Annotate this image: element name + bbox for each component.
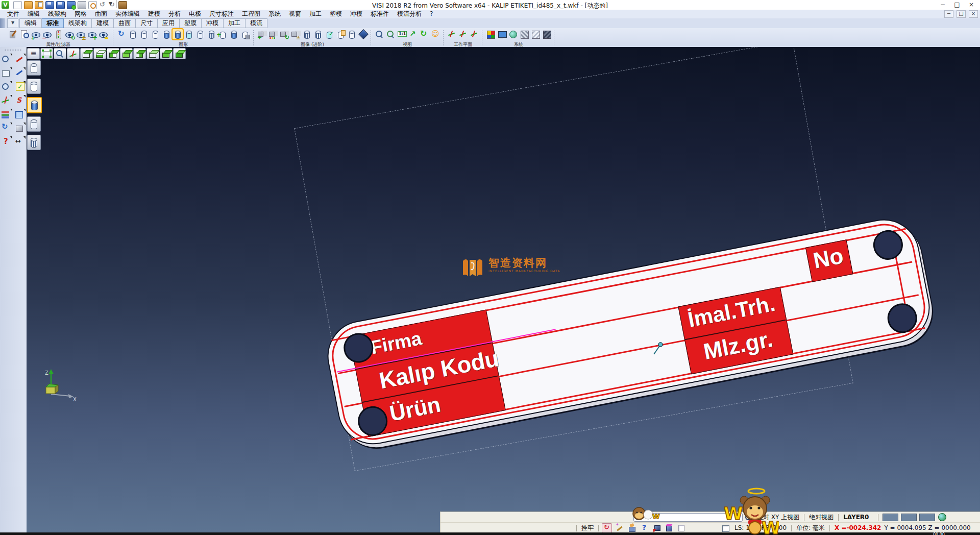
context-help-icon[interactable] [1,137,12,147]
menu-item[interactable]: 冲模 [346,10,366,18]
hidden-line-icon[interactable] [27,79,41,94]
menu-item[interactable]: 分析 [164,10,185,18]
menu-item[interactable]: 电极 [185,10,205,18]
cyl-check-icon[interactable] [324,29,334,39]
cam-refresh-icon[interactable] [279,29,289,39]
lock-refresh-icon[interactable] [602,523,612,533]
cloth-grid-icon[interactable] [676,523,685,532]
tab[interactable]: 应用 [158,18,180,28]
cyl-page-icon[interactable] [335,29,346,39]
magic-wand-icon[interactable] [615,523,624,532]
cplane-3d-icon[interactable] [447,29,457,39]
smiley-icon[interactable] [430,29,440,39]
ucs-axes-icon[interactable] [1,95,12,106]
maximize-button[interactable]: □ [952,1,962,8]
cyl-blue-icon[interactable] [161,29,172,39]
shaded-edges-icon[interactable] [27,116,41,132]
cplane-edit-icon[interactable] [469,29,479,39]
view-bottom-icon[interactable] [93,48,106,59]
shaded-icon[interactable] [27,97,42,113]
zoom-options-icon[interactable] [1,82,12,92]
tab[interactable]: 冲模 [202,18,224,28]
menu-item[interactable]: ? [426,10,437,18]
shield-icon[interactable] [358,29,368,39]
cam-plusminus-icon[interactable] [290,29,301,39]
view-front-icon[interactable] [120,48,133,59]
tab[interactable]: 建模 [92,18,114,28]
tab[interactable]: 标准 [42,18,64,28]
menu-item[interactable]: 尺寸标注 [205,10,238,18]
menu-item[interactable]: 标准件 [366,10,393,18]
view-back-icon[interactable] [146,48,159,59]
cube-ucs-icon[interactable] [664,523,673,532]
layer-manager-icon[interactable] [1,109,12,119]
tab[interactable]: 模流 [246,18,267,28]
tab[interactable]: 曲面 [114,18,136,28]
cube-move-icon[interactable] [652,523,661,532]
menu-item[interactable]: 实体编辑 [111,10,144,18]
transparent-icon[interactable] [27,135,41,150]
color-swatch[interactable] [919,514,935,521]
eye-remove-icon[interactable] [42,29,52,39]
regen-refresh-icon[interactable] [1,123,12,133]
menu-item[interactable]: 文件 [3,10,23,18]
view-right-icon[interactable] [133,48,146,59]
view-shaded-icon[interactable] [173,48,186,59]
menu-item[interactable]: 编辑 [23,10,44,18]
measure-distance-icon[interactable] [14,137,25,147]
globe-icon[interactable] [938,513,946,521]
solid-view-icon[interactable] [14,123,25,133]
delete-sketch-icon[interactable] [14,54,25,64]
zoom-previous-icon[interactable] [54,48,66,59]
tab[interactable]: 线架构 [64,18,92,28]
checker-icon[interactable] [519,29,529,39]
cyl-stripe-blue-icon[interactable] [302,29,312,39]
view-top-icon[interactable] [80,48,93,59]
toolbar-grip[interactable] [0,18,5,28]
color-swatch[interactable] [883,514,898,521]
tab[interactable]: 加工 [224,18,246,28]
monitor-icon[interactable] [497,29,507,39]
tab[interactable]: 尺寸 [136,18,158,28]
menu-item[interactable]: 建模 [144,10,164,18]
cyl-hatch-icon[interactable] [206,29,216,39]
cyl-add-icon[interactable] [217,29,228,39]
menu-item[interactable]: 线架构 [44,10,70,18]
selection-magnifier-icon[interactable] [1,54,12,64]
traffic-light-icon[interactable] [53,29,63,39]
cyl-hatch2-icon[interactable] [347,29,357,39]
wireframe-icon[interactable] [27,60,41,76]
eye-plusminus-icon[interactable] [76,29,86,39]
eye-refresh-icon[interactable] [64,29,75,39]
menu-item[interactable]: 曲面 [91,10,111,18]
eye-add-icon[interactable] [31,29,41,39]
menu-item[interactable]: 系统 [264,10,285,18]
tab[interactable]: 编辑 [19,18,42,28]
menu-item[interactable]: 模流分析 [393,10,426,18]
minimize-button[interactable]: − [938,1,947,8]
menu-item[interactable]: 塑模 [326,10,346,18]
fit-view-icon[interactable] [40,48,53,59]
spline-curve-icon[interactable] [14,95,25,106]
close-button[interactable]: × [967,1,976,8]
mdi-close-button[interactable]: × [969,10,978,18]
cyl-wire-icon[interactable] [128,29,138,39]
color-swatch[interactable] [901,514,917,521]
viewport-3d-canvas[interactable]: 智造资料网 INTELLIGENT MANUFACTURING DATA Fir… [27,47,980,532]
view-left-icon[interactable] [107,48,119,59]
cyl-blue-active-icon[interactable] [173,29,183,39]
cam-traffic-icon[interactable] [268,29,278,39]
eye-minus-icon[interactable] [98,29,108,39]
active-layer-label[interactable]: LAYER0 [840,514,872,521]
cyl-cyan-icon[interactable] [184,29,194,39]
cyl-wrench-icon[interactable] [240,29,250,39]
tab-dropdown-button[interactable]: ▼ [7,18,18,28]
context-help2-icon[interactable] [640,523,649,532]
refresh-view-icon[interactable] [116,29,127,39]
hatch-light-icon[interactable] [530,29,541,39]
arrow-ne-icon[interactable] [408,29,418,39]
cam-axes-icon[interactable] [257,29,267,39]
brush-trash-icon[interactable] [8,29,18,39]
sketch-pencil-icon[interactable] [14,68,25,78]
view-iso-icon[interactable] [160,48,173,59]
